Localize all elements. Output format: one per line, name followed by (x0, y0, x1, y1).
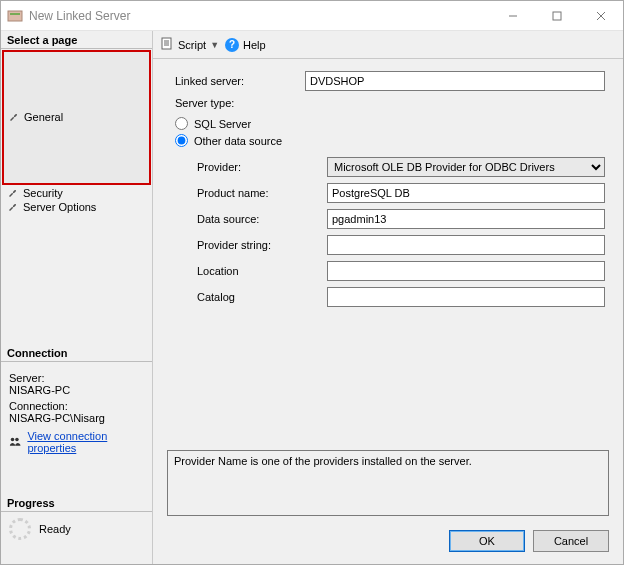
dialog-window: New Linked Server Select a page General … (0, 0, 624, 565)
server-value: NISARG-PC (9, 384, 144, 396)
people-icon (9, 436, 21, 448)
button-bar: OK Cancel (153, 522, 623, 564)
progress-block: Ready (1, 512, 152, 546)
connection-header: Connection (1, 344, 152, 362)
linked-server-label: Linked server: (175, 75, 305, 87)
ok-button[interactable]: OK (449, 530, 525, 552)
window-buttons (491, 1, 623, 31)
nav-security[interactable]: Security (1, 186, 152, 200)
form-area: Linked server: Server type: SQL Server O… (153, 59, 623, 321)
help-icon: ? (225, 38, 239, 52)
view-connection-properties-link[interactable]: View connection properties (27, 430, 144, 454)
product-name-input[interactable] (327, 183, 605, 203)
progress-spinner-icon (9, 518, 31, 540)
server-type-label: Server type: (175, 97, 605, 109)
nav-server-options-label: Server Options (23, 201, 96, 213)
right-pane: Script ▼ ? Help Linked server: Server ty… (153, 31, 623, 564)
svg-rect-3 (553, 12, 561, 20)
connection-label: Connection: (9, 400, 144, 412)
chevron-down-icon: ▼ (210, 40, 219, 50)
help-label: Help (243, 39, 266, 51)
cancel-button[interactable]: Cancel (533, 530, 609, 552)
wrench-icon (7, 187, 19, 199)
server-label: Server: (9, 372, 144, 384)
data-source-label: Data source: (197, 213, 327, 225)
provider-string-label: Provider string: (197, 239, 327, 251)
nav-security-label: Security (23, 187, 63, 199)
sql-server-radio-label: SQL Server (194, 118, 251, 130)
catalog-label: Catalog (197, 291, 327, 303)
data-source-input[interactable] (327, 209, 605, 229)
other-data-source-radio-label: Other data source (194, 135, 282, 147)
script-button[interactable]: Script ▼ (161, 37, 219, 52)
location-input[interactable] (327, 261, 605, 281)
left-pane: Select a page General Security Server Op… (1, 31, 153, 564)
info-text: Provider Name is one of the providers in… (174, 455, 472, 467)
window-title: New Linked Server (29, 9, 491, 23)
location-label: Location (197, 265, 327, 277)
svg-point-7 (15, 438, 19, 442)
wrench-icon (8, 111, 20, 123)
svg-rect-1 (10, 13, 20, 15)
provider-label: Provider: (197, 161, 327, 173)
progress-state: Ready (39, 523, 71, 535)
help-button[interactable]: ? Help (225, 38, 266, 52)
linked-server-input[interactable] (305, 71, 605, 91)
close-button[interactable] (579, 1, 623, 31)
toolbar: Script ▼ ? Help (153, 31, 623, 59)
provider-string-input[interactable] (327, 235, 605, 255)
select-page-header: Select a page (1, 31, 152, 49)
nav-server-options[interactable]: Server Options (1, 200, 152, 214)
title-bar: New Linked Server (1, 1, 623, 31)
sql-server-radio[interactable] (175, 117, 188, 130)
wrench-icon (7, 201, 19, 213)
progress-header: Progress (1, 494, 152, 512)
nav-general[interactable]: General (2, 50, 151, 185)
nav-general-label: General (24, 111, 63, 123)
other-data-source-radio[interactable] (175, 134, 188, 147)
script-label: Script (178, 39, 206, 51)
catalog-input[interactable] (327, 287, 605, 307)
app-icon (7, 8, 23, 24)
provider-select[interactable]: Microsoft OLE DB Provider for ODBC Drive… (327, 157, 605, 177)
connection-value: NISARG-PC\Nisarg (9, 412, 144, 424)
connection-info: Server: NISARG-PC Connection: NISARG-PC\… (1, 362, 152, 460)
script-icon (161, 37, 174, 52)
svg-point-6 (11, 438, 15, 442)
svg-rect-0 (8, 11, 22, 21)
minimize-button[interactable] (491, 1, 535, 31)
info-box: Provider Name is one of the providers in… (167, 450, 609, 516)
maximize-button[interactable] (535, 1, 579, 31)
product-name-label: Product name: (197, 187, 327, 199)
